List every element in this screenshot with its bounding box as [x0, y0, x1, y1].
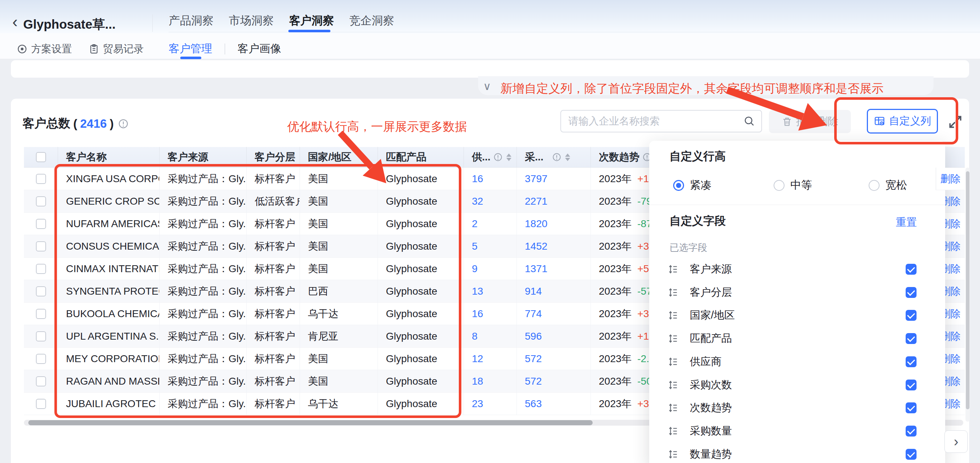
radio-selected-icon[interactable] — [673, 180, 684, 191]
suppliers-count-link[interactable]: 12 — [472, 353, 483, 365]
info-icon[interactable] — [493, 152, 503, 162]
purchases-count-link[interactable]: 774 — [525, 308, 542, 320]
customer-name-link[interactable]: GENERIC CROP SCI — [66, 196, 159, 207]
customer-name-link[interactable]: BUKOOLA CHEMICA — [66, 308, 159, 320]
field-checkbox-checked[interactable] — [906, 287, 916, 298]
customer-name-link[interactable]: CINMAX INTERNATIO — [66, 263, 159, 275]
drag-handle-icon[interactable] — [667, 287, 678, 298]
purchases-count-link[interactable]: 596 — [525, 330, 542, 342]
radio-icon[interactable] — [774, 180, 784, 191]
info-icon[interactable] — [552, 152, 562, 162]
row-checkbox[interactable] — [36, 219, 46, 229]
suppliers-count-link[interactable]: 23 — [472, 398, 483, 410]
trade-records-link[interactable]: 贸易记录 — [89, 42, 144, 56]
vertical-scrollbar-thumb[interactable] — [966, 171, 969, 409]
field-checkbox-checked[interactable] — [906, 333, 916, 344]
field-item[interactable]: 客户分层 — [649, 281, 945, 304]
drag-handle-icon[interactable] — [667, 333, 678, 344]
field-item[interactable]: 次数趋势 — [649, 396, 945, 420]
search-input[interactable] — [560, 110, 762, 133]
field-item[interactable]: 客户来源 — [649, 258, 945, 281]
suppliers-count-link[interactable]: 8 — [472, 330, 478, 342]
suppliers-count-link[interactable]: 32 — [472, 196, 483, 207]
row-height-option-loose[interactable]: 宽松 — [869, 178, 907, 193]
drag-handle-icon[interactable] — [667, 402, 678, 413]
row-checkbox[interactable] — [36, 241, 46, 251]
drag-handle-icon[interactable] — [667, 264, 678, 275]
reset-link[interactable]: 重置 — [896, 215, 917, 230]
customer-name-link[interactable]: RAGAN AND MASSE — [66, 375, 159, 387]
suppliers-count-link[interactable]: 5 — [472, 241, 478, 252]
horizontal-scrollbar-thumb[interactable] — [28, 420, 593, 425]
sort-icon[interactable] — [565, 153, 570, 161]
batch-delete-button[interactable]: 批量删除 — [769, 110, 851, 133]
customer-name-link[interactable]: NUFARM AMERICAS, — [66, 218, 159, 230]
fullscreen-expand-icon[interactable] — [947, 114, 963, 130]
customer-name-link[interactable]: UPL ARGENTINA S. — [66, 330, 159, 342]
suppliers-count-link[interactable]: 9 — [472, 263, 478, 275]
purchases-count-link[interactable]: 572 — [525, 353, 542, 365]
subtab-customer-management[interactable]: 客户管理 — [169, 42, 212, 56]
row-height-option-compact[interactable]: 紧凑 — [673, 178, 712, 193]
drag-handle-icon[interactable] — [667, 380, 678, 390]
scheme-settings-link[interactable]: 方案设置 — [17, 42, 72, 56]
customer-name-link[interactable]: SYNGENTA PROTEC — [66, 286, 159, 297]
drag-handle-icon[interactable] — [667, 356, 678, 367]
suppliers-count-link[interactable]: 13 — [472, 286, 483, 297]
subtab-customer-profile[interactable]: 客户画像 — [237, 42, 281, 56]
field-item[interactable]: 采购数量 — [649, 420, 945, 443]
row-checkbox[interactable] — [36, 196, 46, 206]
row-checkbox[interactable] — [36, 174, 46, 184]
purchases-count-link[interactable]: 563 — [525, 398, 542, 410]
field-checkbox-checked[interactable] — [906, 402, 916, 413]
drag-handle-icon[interactable] — [667, 449, 678, 460]
collapse-chevron-icon[interactable]: ∨ — [483, 80, 491, 93]
purchases-count-link[interactable]: 914 — [525, 286, 542, 297]
suppliers-count-link[interactable]: 16 — [472, 173, 483, 185]
search-icon[interactable] — [743, 115, 756, 127]
row-checkbox[interactable] — [36, 399, 46, 409]
tab-product-insight[interactable]: 产品洞察 — [169, 13, 214, 28]
info-icon[interactable] — [118, 118, 129, 129]
tab-customer-insight[interactable]: 客户洞察 — [289, 13, 334, 28]
field-checkbox-checked[interactable] — [906, 356, 916, 367]
purchases-count-link[interactable]: 1371 — [525, 263, 547, 275]
field-checkbox-checked[interactable] — [906, 264, 916, 275]
select-all-checkbox[interactable] — [36, 152, 46, 162]
row-checkbox[interactable] — [36, 264, 46, 274]
customer-name-link[interactable]: MEY CORPORATION — [66, 353, 159, 365]
customer-name-link[interactable]: JUBAILI AGROTEC LI — [66, 398, 159, 410]
sort-icon[interactable] — [506, 153, 511, 161]
row-checkbox[interactable] — [36, 331, 46, 342]
next-page-button[interactable]: › — [945, 430, 968, 453]
customer-name-link[interactable]: XINGFA USA CORPO — [66, 173, 159, 185]
purchases-count-link[interactable]: 2271 — [525, 196, 547, 207]
field-item[interactable]: 供应商 — [649, 350, 945, 374]
row-checkbox[interactable] — [36, 354, 46, 364]
customize-columns-button[interactable]: 自定义列 — [867, 109, 938, 134]
row-checkbox[interactable] — [36, 376, 46, 386]
field-checkbox-checked[interactable] — [906, 310, 916, 321]
field-checkbox-checked[interactable] — [906, 449, 916, 460]
field-item[interactable]: 数量趋势 — [649, 443, 945, 463]
customer-name-link[interactable]: CONSUS CHEMICAL — [66, 241, 159, 252]
row-checkbox[interactable] — [36, 309, 46, 319]
row-checkbox[interactable] — [36, 286, 46, 297]
purchases-count-link[interactable]: 1452 — [525, 241, 547, 252]
field-checkbox-checked[interactable] — [906, 380, 916, 390]
suppliers-count-link[interactable]: 2 — [472, 218, 478, 230]
drag-handle-icon[interactable] — [667, 310, 678, 321]
radio-icon[interactable] — [869, 180, 880, 191]
purchases-count-link[interactable]: 3797 — [525, 173, 547, 185]
field-item[interactable]: 采购次数 — [649, 374, 945, 397]
suppliers-count-link[interactable]: 18 — [472, 375, 483, 387]
row-height-option-medium[interactable]: 中等 — [774, 178, 812, 193]
field-item[interactable]: 匹配产品 — [649, 327, 945, 350]
purchases-count-link[interactable]: 1820 — [525, 218, 547, 230]
drag-handle-icon[interactable] — [667, 426, 678, 436]
suppliers-count-link[interactable]: 16 — [472, 308, 483, 320]
row-delete-link[interactable]: 删除 — [940, 172, 961, 186]
back-icon[interactable]: ‹ — [12, 14, 18, 30]
field-checkbox-checked[interactable] — [906, 426, 916, 436]
purchases-count-link[interactable]: 572 — [525, 375, 542, 387]
